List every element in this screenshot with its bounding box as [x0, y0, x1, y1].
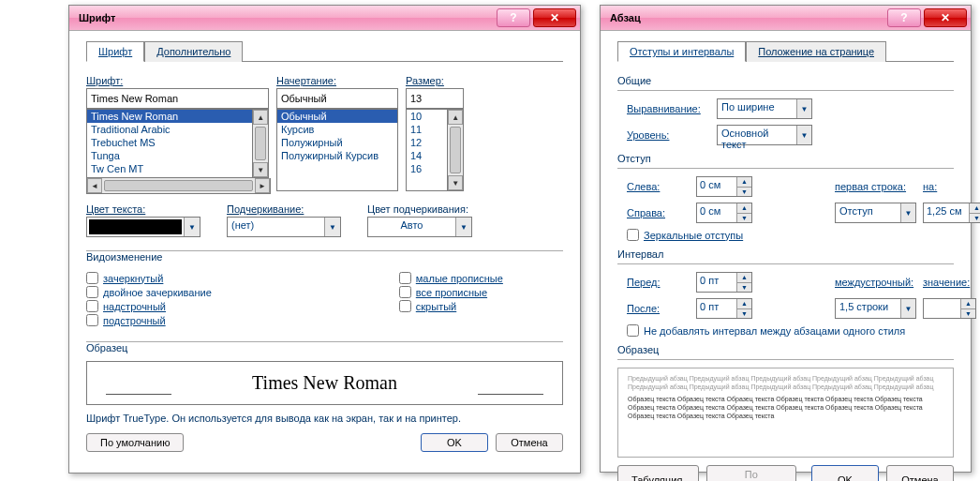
- titlebar[interactable]: Абзац ? ✕: [601, 6, 971, 31]
- spin-up-icon[interactable]: ▲: [737, 273, 751, 283]
- tab-indents[interactable]: Отступы и интервалы: [617, 41, 746, 62]
- tab-font[interactable]: Шрифт: [86, 41, 144, 62]
- no-space-same-style-checkbox[interactable]: [627, 324, 639, 337]
- spin-down-icon[interactable]: ▼: [737, 214, 751, 223]
- mirror-indent-label: Зеркальные отступы: [644, 230, 743, 241]
- list-item[interactable]: Times New Roman: [87, 110, 252, 123]
- effects-group-title: Видоизменение: [86, 251, 166, 263]
- list-item[interactable]: 11: [407, 123, 447, 136]
- style-input[interactable]: [276, 88, 398, 109]
- size-list[interactable]: 10 11 12 14 16: [406, 109, 448, 191]
- level-label: Уровень:: [627, 129, 711, 141]
- linespacing-combo[interactable]: 1,5 строки ▼: [835, 298, 916, 319]
- help-button[interactable]: ?: [887, 8, 921, 27]
- close-button[interactable]: ✕: [924, 8, 967, 27]
- list-item[interactable]: Полужирный: [277, 136, 397, 149]
- cancel-button[interactable]: Отмена: [886, 465, 954, 481]
- titlebar[interactable]: Шрифт ? ✕: [69, 6, 580, 31]
- chevron-down-icon[interactable]: ▼: [900, 299, 915, 318]
- list-item[interactable]: Полужирный Курсив: [277, 149, 397, 162]
- align-combo[interactable]: По ширине ▼: [717, 98, 812, 119]
- tab-strip: Отступы и интервалы Положение на страниц…: [617, 40, 954, 62]
- default-button[interactable]: По умолчанию: [706, 465, 796, 481]
- tabulation-button[interactable]: Табуляция...: [617, 465, 699, 481]
- firstline-label: первая строка:: [835, 181, 919, 192]
- strike-checkbox[interactable]: [86, 272, 98, 284]
- chevron-down-icon[interactable]: ▼: [184, 218, 200, 236]
- underline-combo[interactable]: (нет) ▼: [227, 217, 341, 237]
- scroll-left-icon[interactable]: ◄: [87, 178, 102, 193]
- after-spinner[interactable]: 0 пт ▲▼: [696, 298, 752, 319]
- scroll-thumb[interactable]: [104, 180, 253, 191]
- chevron-down-icon[interactable]: ▼: [455, 218, 471, 236]
- spin-down-icon[interactable]: ▼: [970, 214, 980, 223]
- font-list[interactable]: Times New Roman Traditional Arabic Trebu…: [86, 109, 253, 178]
- list-item[interactable]: Traditional Arabic: [87, 123, 252, 136]
- hidden-checkbox[interactable]: [399, 300, 411, 312]
- on-spinner[interactable]: 1,25 см ▲▼: [923, 203, 980, 223]
- list-item[interactable]: 16: [407, 162, 447, 175]
- spin-down-icon[interactable]: ▼: [737, 283, 751, 293]
- font-input[interactable]: [86, 88, 269, 109]
- default-button[interactable]: По умолчанию: [86, 433, 184, 452]
- spin-down-icon[interactable]: ▼: [737, 309, 751, 319]
- list-item[interactable]: Tunga: [87, 149, 252, 162]
- superscript-checkbox[interactable]: [86, 300, 98, 312]
- text-color-combo[interactable]: ▼: [86, 217, 200, 237]
- list-item[interactable]: Курсив: [277, 123, 397, 136]
- scrollbar-h[interactable]: ◄ ►: [86, 178, 271, 194]
- scroll-thumb[interactable]: [255, 127, 266, 160]
- firstline-combo[interactable]: Отступ ▼: [835, 203, 916, 223]
- size-input[interactable]: [406, 88, 464, 109]
- spin-down-icon[interactable]: ▼: [961, 309, 975, 319]
- cancel-button[interactable]: Отмена: [496, 433, 563, 452]
- all-caps-checkbox[interactable]: [399, 286, 411, 298]
- level-combo[interactable]: Основной текст ▼: [717, 125, 812, 145]
- text-color-label: Цвет текста:: [86, 203, 199, 215]
- scrollbar[interactable]: ▲ ▼: [253, 109, 269, 178]
- scroll-thumb[interactable]: [450, 127, 461, 173]
- mirror-indent-checkbox[interactable]: [627, 229, 639, 241]
- help-button[interactable]: ?: [497, 8, 530, 27]
- linespacing-value-spinner[interactable]: ▲▼: [923, 298, 976, 319]
- scroll-right-icon[interactable]: ►: [255, 178, 270, 193]
- spin-up-icon[interactable]: ▲: [961, 299, 975, 309]
- list-item[interactable]: 10: [407, 110, 447, 123]
- subscript-checkbox[interactable]: [86, 314, 98, 326]
- list-item[interactable]: 14: [407, 149, 447, 162]
- left-spinner[interactable]: 0 см ▲▼: [696, 176, 752, 197]
- spin-up-icon[interactable]: ▲: [737, 177, 751, 188]
- list-item[interactable]: 12: [407, 136, 447, 149]
- spin-down-icon[interactable]: ▼: [737, 188, 751, 197]
- preview-grey-text: Предыдущий абзац Предыдущий абзац Предыд…: [628, 374, 943, 391]
- chevron-down-icon[interactable]: ▼: [900, 203, 915, 222]
- underline-color-combo[interactable]: Авто ▼: [367, 217, 472, 237]
- chevron-down-icon[interactable]: ▼: [796, 126, 811, 144]
- double-strike-label: двойное зачеркивание: [103, 287, 212, 298]
- scroll-up-icon[interactable]: ▲: [253, 110, 268, 125]
- style-label: Начертание:: [276, 75, 398, 86]
- spin-up-icon[interactable]: ▲: [737, 203, 751, 214]
- spin-up-icon[interactable]: ▲: [737, 299, 751, 309]
- before-spinner[interactable]: 0 пт ▲▼: [696, 272, 752, 293]
- spin-up-icon[interactable]: ▲: [970, 203, 980, 214]
- close-button[interactable]: ✕: [533, 8, 576, 27]
- chevron-down-icon[interactable]: ▼: [796, 99, 811, 118]
- double-strike-checkbox[interactable]: [86, 286, 98, 298]
- list-item[interactable]: Tw Cen MT: [87, 162, 252, 175]
- list-item[interactable]: Обычный: [277, 110, 397, 123]
- ok-button[interactable]: OK: [421, 433, 488, 452]
- value-label: значение:: [923, 277, 979, 288]
- right-spinner[interactable]: 0 см ▲▼: [696, 203, 752, 223]
- scrollbar[interactable]: ▲ ▼: [448, 109, 464, 191]
- ok-button[interactable]: OK: [811, 465, 879, 481]
- small-caps-checkbox[interactable]: [399, 272, 411, 284]
- scroll-down-icon[interactable]: ▼: [253, 162, 268, 177]
- scroll-up-icon[interactable]: ▲: [448, 110, 463, 125]
- tab-advanced[interactable]: Дополнительно: [144, 41, 243, 62]
- list-item[interactable]: Trebuchet MS: [87, 136, 252, 149]
- tab-position[interactable]: Положение на странице: [746, 41, 886, 62]
- style-list[interactable]: Обычный Курсив Полужирный Полужирный Кур…: [276, 109, 398, 191]
- chevron-down-icon[interactable]: ▼: [324, 218, 340, 236]
- scroll-down-icon[interactable]: ▼: [448, 175, 463, 190]
